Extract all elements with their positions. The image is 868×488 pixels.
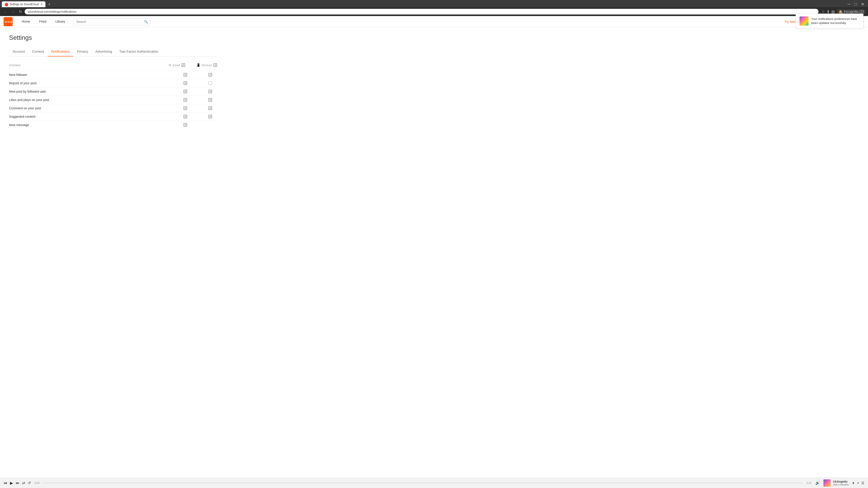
download-icon[interactable]: ⬇ [827, 9, 830, 14]
nav-library[interactable]: Library [51, 16, 70, 27]
bookmark-icon[interactable]: ☆ [822, 9, 825, 14]
email-checkbox[interactable] [184, 90, 187, 93]
devices-check-cell [204, 81, 217, 85]
toast-image [800, 17, 809, 26]
address-bar[interactable] [25, 9, 818, 14]
svg-text:≋≋≋: ≋≋≋ [4, 20, 13, 24]
navigation-bar: ← → ↻ ☆ ⬇ ▤ 🕵 Incognito (2) [0, 7, 868, 16]
devices-label: Devices [202, 64, 212, 67]
activity-label: New follower [9, 73, 179, 76]
tab-close-button[interactable]: ✕ [40, 3, 43, 6]
devices-check-cell [204, 90, 217, 93]
active-tab[interactable]: 🔴 Settings on SoundCloud ✕ [2, 1, 45, 7]
search-input[interactable] [73, 18, 150, 25]
devices-checkbox[interactable] [209, 90, 212, 93]
activity-rows-container: New follower Repost of your post N [9, 70, 217, 129]
devices-checkbox[interactable] [209, 106, 212, 110]
activity-row: New post by followed user [9, 87, 217, 96]
logo-icon: ≋≋≋ [4, 17, 13, 26]
email-checkbox[interactable] [184, 73, 187, 76]
email-check-cell [179, 123, 192, 127]
tab-advertising[interactable]: Advertising [92, 47, 116, 57]
tab-notifications[interactable]: Notifications [48, 47, 73, 57]
back-button[interactable]: ← [2, 9, 8, 15]
email-checkbox[interactable] [184, 98, 187, 102]
nav-feed[interactable]: Feed [35, 16, 51, 27]
email-label: Email [173, 64, 180, 67]
email-check-cell [179, 115, 192, 119]
activity-checkboxes [179, 115, 217, 119]
tab-favicon: 🔴 [4, 3, 8, 6]
tab-account[interactable]: Account [9, 47, 29, 57]
refresh-button[interactable]: ↻ [18, 8, 23, 15]
email-check-cell [179, 81, 192, 85]
devices-checkbox[interactable] [209, 81, 212, 85]
devices-check-cell [204, 106, 217, 110]
email-check-cell [179, 73, 192, 76]
tab-two-factor-auth[interactable]: Two Factor Authentication [116, 47, 162, 57]
toast-notification: Your notifications preferences have been… [796, 13, 864, 29]
sidebar-toggle-icon[interactable]: ▤ [831, 9, 835, 14]
activity-label: Repost of your post [9, 81, 179, 85]
devices-check-cell [204, 73, 217, 76]
minimize-button[interactable]: ─ [846, 1, 852, 7]
activity-label: New message [9, 123, 179, 127]
activity-label: Likes and plays on your post [9, 98, 179, 102]
devices-icon: 📱 [196, 63, 200, 67]
tab-content[interactable]: Content [29, 47, 48, 57]
new-tab-button[interactable]: + [46, 1, 52, 7]
email-check-cell [179, 106, 192, 110]
nav-home[interactable]: Home [17, 16, 35, 27]
activity-checkboxes [179, 81, 217, 85]
devices-checkbox[interactable] [209, 98, 212, 102]
devices-checkbox[interactable] [209, 115, 212, 119]
window-controls: ─ □ ✕ [846, 1, 866, 7]
tab-title: Settings on SoundCloud [9, 3, 39, 6]
activity-checkboxes [179, 73, 217, 76]
email-check-cell [179, 98, 192, 102]
email-checkbox[interactable] [184, 123, 187, 127]
browser-chrome: 🔴 Settings on SoundCloud ✕ + ─ □ ✕ ← → ↻… [0, 0, 868, 16]
activity-row: Comment on your post [9, 104, 217, 112]
activity-row: New follower [9, 70, 217, 79]
email-checkbox[interactable] [184, 115, 187, 119]
close-button[interactable]: ✕ [859, 1, 866, 7]
activity-checkboxes [179, 123, 217, 127]
devices-check-cell [204, 123, 217, 127]
tab-privacy[interactable]: Privacy [73, 47, 92, 57]
main-nav: Home Feed Library [17, 16, 70, 27]
email-checkbox[interactable] [184, 106, 187, 110]
settings-tabs: Account Content Notifications Privacy Ad… [9, 47, 217, 57]
search-wrapper: 🔍 [73, 18, 150, 25]
activity-checkboxes [179, 90, 217, 93]
activity-checkboxes [179, 106, 217, 110]
toast-message: Your notifications preferences have been… [811, 17, 860, 25]
activity-label: Comment on your post [9, 106, 179, 110]
activities-label: Activities [9, 64, 168, 67]
email-icon: ✉ [168, 63, 171, 67]
soundcloud-logo[interactable]: ≋≋≋ [4, 17, 13, 26]
devices-select-all-checkbox[interactable] [213, 63, 217, 67]
email-column-header: ✉ Email [168, 63, 185, 67]
devices-check-cell [204, 98, 217, 102]
activity-checkboxes [179, 98, 217, 102]
search-area: 🔍 [73, 18, 781, 25]
forward-button[interactable]: → [10, 9, 16, 15]
email-select-all-checkbox[interactable] [182, 63, 185, 67]
activity-row: Suggested content [9, 112, 217, 121]
activity-row: New message [9, 121, 217, 129]
incognito-label: Incognito (2) [844, 10, 864, 14]
activity-row: Likes and plays on your post [9, 96, 217, 104]
incognito-icon: 🕵 [838, 9, 843, 14]
search-icon: 🔍 [144, 20, 148, 24]
email-checkbox[interactable] [184, 81, 187, 85]
devices-checkbox[interactable] [209, 73, 212, 76]
devices-column-header: 📱 Devices [196, 63, 217, 67]
column-headers: ✉ Email 📱 Devices [168, 63, 217, 67]
main-content: Settings Account Content Notifications P… [0, 27, 226, 136]
activity-label: New post by followed user [9, 90, 179, 93]
maximize-button[interactable]: □ [852, 1, 859, 7]
page-title: Settings [9, 34, 217, 41]
app-header: ≋≋≋ Home Feed Library 🔍 Try Next Pro For… [0, 16, 868, 27]
devices-check-cell [204, 115, 217, 119]
